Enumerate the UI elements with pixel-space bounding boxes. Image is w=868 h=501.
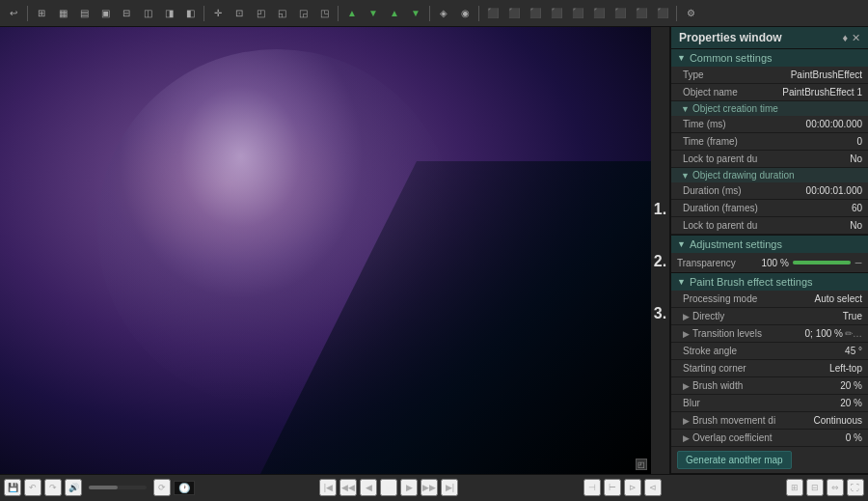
- toolbar-btn-21[interactable]: ⬛: [610, 4, 630, 23]
- redo-button[interactable]: ↷: [44, 479, 62, 496]
- save-button[interactable]: 💾: [4, 479, 21, 496]
- brush-movement-label: Brush movement di: [692, 415, 813, 426]
- skip-end-button[interactable]: ▶|: [441, 479, 458, 496]
- common-settings-header[interactable]: ▼ Common settings: [671, 49, 868, 67]
- volume-slider[interactable]: [89, 486, 147, 489]
- fullscreen-button[interactable]: ⛶: [847, 479, 864, 496]
- creation-time-label: Object creation time: [692, 103, 778, 114]
- toolbar-btn-5[interactable]: ⊟: [117, 4, 136, 23]
- loop-button[interactable]: ⟳: [153, 479, 171, 496]
- generate-map-button[interactable]: Generate another map: [677, 451, 792, 469]
- toolbar-btn-10[interactable]: ◱: [272, 4, 291, 23]
- directly-value[interactable]: True: [843, 311, 862, 321]
- time-frame-value[interactable]: 0: [856, 136, 862, 147]
- prev-frame-button[interactable]: ◀◀: [339, 479, 357, 496]
- time-ms-label: Time (ms): [683, 119, 806, 129]
- next-frame-button[interactable]: ▶▶: [420, 479, 438, 496]
- properties-header: Properties window ♦ ✕: [671, 27, 868, 49]
- toolbar-btn-3[interactable]: ▤: [74, 4, 94, 23]
- more-icon[interactable]: …: [853, 328, 862, 339]
- toolbar-btn-18[interactable]: ⬛: [547, 4, 566, 23]
- fit-button[interactable]: ⇔: [827, 479, 844, 496]
- step-forward-button[interactable]: ▶: [400, 479, 418, 496]
- brush-movement-value[interactable]: Continuous: [813, 415, 862, 426]
- undo-button[interactable]: ↶: [24, 479, 41, 496]
- brush-width-label: Brush width: [692, 380, 840, 391]
- toolbar-btn-20[interactable]: ⬛: [589, 4, 609, 23]
- toolbar-btn-7[interactable]: ◨: [159, 4, 178, 23]
- mark-out-button[interactable]: ⊲: [644, 479, 662, 496]
- toolbar-up-3[interactable]: ▲: [385, 4, 404, 23]
- blur-row: Blur 20 %: [671, 395, 868, 412]
- toolbar-settings[interactable]: ⚙: [681, 4, 700, 23]
- starting-corner-value[interactable]: Left-top: [829, 363, 862, 374]
- toolbar-btn-12[interactable]: ◳: [314, 4, 334, 23]
- expand-icon: ▶: [683, 329, 690, 339]
- transition-levels-value[interactable]: 0; 100 %: [805, 328, 843, 339]
- toolbar-up-4[interactable]: ▼: [406, 4, 425, 23]
- toolbar-btn-1[interactable]: ⊞: [32, 4, 51, 23]
- toolbar-btn-15[interactable]: ⬛: [483, 4, 502, 23]
- toolbar-btn-11[interactable]: ◲: [293, 4, 312, 23]
- edit-icon[interactable]: ✏: [845, 328, 853, 339]
- duration-ms-value[interactable]: 00:00:01.000: [806, 185, 862, 196]
- toolbar-btn-17[interactable]: ⬛: [526, 4, 545, 23]
- toolbar-btn-13[interactable]: ◈: [434, 4, 453, 23]
- object-name-value[interactable]: PaintBrushEffect 1: [782, 87, 862, 97]
- toolbar-up-1[interactable]: ▲: [342, 4, 362, 23]
- toolbar-btn-23[interactable]: ⬛: [653, 4, 672, 23]
- processing-mode-value[interactable]: Auto select: [815, 293, 862, 304]
- paint-brush-header[interactable]: ▼ Paint Brush effect settings: [671, 273, 868, 291]
- speaker-button[interactable]: 🔊: [65, 479, 82, 496]
- toolbar-btn-19[interactable]: ⬛: [568, 4, 587, 23]
- toolbar-btn-22[interactable]: ⬛: [632, 4, 651, 23]
- drawing-lock-label: Lock to parent du: [683, 220, 850, 231]
- time-ms-row: Time (ms) 00:00:00.000: [671, 116, 868, 133]
- zoom-out-button[interactable]: ⊟: [806, 479, 824, 496]
- toolbar-undo[interactable]: ↩: [4, 4, 23, 23]
- toolbar-btn-14[interactable]: ◉: [455, 4, 475, 23]
- creation-lock-value[interactable]: No: [850, 153, 862, 164]
- step-back-button[interactable]: ◀: [360, 479, 377, 496]
- arrow-icon: ▼: [681, 171, 690, 181]
- toolbar-btn-16[interactable]: ⬛: [504, 4, 524, 23]
- common-settings-label: Common settings: [690, 52, 773, 64]
- expand-icon: ▶: [683, 433, 690, 443]
- minus-icon[interactable]: −: [854, 256, 862, 269]
- toolbar-btn-2[interactable]: ▦: [53, 4, 72, 23]
- close-icon[interactable]: ✕: [852, 32, 860, 44]
- processing-mode-label: Processing mode: [683, 293, 815, 304]
- zoom-in-button[interactable]: ⊞: [786, 479, 803, 496]
- pin-icon[interactable]: ♦: [842, 32, 848, 44]
- adjustment-label: Adjustment settings: [690, 238, 782, 250]
- toolbar-select[interactable]: ⊡: [230, 4, 249, 23]
- mark-in-button[interactable]: ⊳: [624, 479, 641, 496]
- adjustment-header[interactable]: ▼ Adjustment settings: [671, 236, 868, 253]
- transparency-slider[interactable]: [793, 261, 851, 264]
- stroke-angle-value[interactable]: 45 °: [845, 346, 862, 356]
- toolbar-move[interactable]: ✛: [208, 4, 228, 23]
- toolbar-btn-4[interactable]: ▣: [95, 4, 115, 23]
- skip-start-button[interactable]: |◀: [319, 479, 337, 496]
- brush-width-row: ▶ Brush width 20 %: [671, 377, 868, 395]
- toolbar-btn-9[interactable]: ◰: [251, 4, 270, 23]
- transition-levels-row: ▶ Transition levels 0; 100 % ✏ …: [671, 325, 868, 343]
- brush-width-value[interactable]: 20 %: [840, 380, 862, 391]
- play-button[interactable]: ▶: [380, 479, 397, 496]
- overlap-value[interactable]: 0 %: [846, 432, 862, 443]
- blur-value[interactable]: 20 %: [840, 398, 862, 408]
- in-point-button[interactable]: ⊣: [583, 479, 601, 496]
- drawing-lock-row: Lock to parent du No: [671, 217, 868, 235]
- creation-time-header[interactable]: ▼ Object creation time: [671, 101, 868, 116]
- drawing-duration-header[interactable]: ▼ Object drawing duration: [671, 168, 868, 182]
- toolbar-btn-6[interactable]: ◫: [138, 4, 157, 23]
- duration-frames-value[interactable]: 60: [852, 203, 862, 213]
- properties-title: Properties window: [679, 31, 782, 44]
- toolbar-up-2[interactable]: ▼: [364, 4, 383, 23]
- toolbar-btn-8[interactable]: ◧: [180, 4, 200, 23]
- starting-corner-row: Starting corner Left-top: [671, 360, 868, 377]
- directly-label: Directly: [692, 311, 843, 321]
- time-ms-value[interactable]: 00:00:00.000: [806, 119, 862, 129]
- drawing-lock-value[interactable]: No: [850, 220, 862, 231]
- out-point-button[interactable]: ⊢: [604, 479, 621, 496]
